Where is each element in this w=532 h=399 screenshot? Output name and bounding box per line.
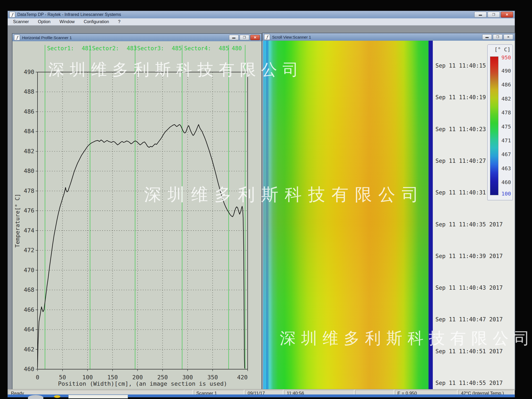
svg-text:478: 478 (24, 188, 34, 194)
svg-text:200: 200 (132, 374, 143, 381)
start-button[interactable] (28, 395, 43, 399)
svg-text:470: 470 (24, 267, 34, 273)
timestamp: Sep 11 11:40:43 2017 (435, 285, 503, 291)
thermal-scan-image (263, 41, 429, 390)
colorbar-tick-label: 475 (497, 123, 511, 129)
sector-value: 480 (232, 45, 242, 52)
sector-label: Sector4: (184, 45, 211, 52)
sv-title: Scroll View:Scanner 1 (272, 35, 311, 39)
svg-text:464: 464 (24, 326, 34, 333)
app-window-controls: ▬ ❐ ✕ (474, 12, 513, 18)
hp-title: Horizontal Profile:Scanner 1 (22, 35, 72, 40)
menu-configuration[interactable]: Configuration (84, 19, 109, 24)
sv-minimize-button[interactable]: ▬ (482, 34, 492, 40)
svg-text:250: 250 (157, 374, 168, 381)
sector-value: 483 (127, 45, 137, 52)
svg-text:420: 420 (237, 374, 248, 381)
menu-bar: Scanner Option Window Configuration ? (8, 18, 515, 26)
monitor-photo: ƒ DataTemp DP - Raytek - Infrared Linesc… (0, 0, 532, 399)
timestamp: Sep 11 11:40:55 2017 (435, 380, 503, 386)
svg-text:466: 466 (24, 306, 34, 313)
hp-close-button[interactable]: ✕ (250, 35, 260, 40)
svg-text:472: 472 (24, 247, 34, 253)
timestamp: Sep 11 11:40:47 2017 (435, 316, 503, 323)
horizontal-profile-window: ƒ Horizontal Profile:Scanner 1 ▬ ❐ ✕ 460… (12, 33, 262, 390)
svg-text:100: 100 (82, 374, 93, 381)
menu-help[interactable]: ? (118, 19, 120, 24)
sector-label: Sector1: (47, 45, 74, 52)
svg-text:480: 480 (24, 168, 34, 174)
colorbar-unit: [° C] (494, 46, 510, 53)
scan-edge-strip (429, 41, 433, 390)
colorbar-tick-label: 482 (497, 95, 511, 101)
timestamp: Sep 11 11:40:35 2017 (435, 221, 503, 228)
menu-scanner[interactable]: Scanner (13, 19, 29, 24)
plot-frame (38, 72, 248, 369)
sv-close-button[interactable]: ✕ (504, 34, 513, 40)
hp-window-icon: ƒ (14, 35, 20, 40)
svg-text:460: 460 (24, 366, 34, 372)
hp-maximize-button[interactable]: ❐ (240, 35, 249, 40)
close-button[interactable]: ✕ (501, 12, 513, 18)
svg-text:482: 482 (24, 148, 34, 155)
svg-text:490: 490 (24, 69, 34, 75)
scroll-view-window: ƒ Scroll View:Scanner 1 ▬ ❐ ✕ Sep 11 11:… (262, 33, 515, 390)
colorbar-tick-label: 490 (497, 68, 511, 73)
svg-text:474: 474 (24, 227, 34, 234)
restore-button[interactable]: ❐ (488, 12, 500, 18)
colorbar-tick-label: 460 (497, 179, 511, 185)
svg-text:300: 300 (182, 374, 193, 381)
sv-restore-button[interactable]: ❐ (493, 34, 502, 40)
menu-option[interactable]: Option (38, 19, 51, 24)
hp-minimize-button[interactable]: ▬ (229, 35, 239, 40)
svg-text:462: 462 (24, 346, 34, 353)
horizontal-profile-chart: 4604624644664684704724744764784804824844… (13, 41, 260, 389)
sector-value: 485 (172, 45, 182, 52)
colorbar-tick-label: 467 (497, 151, 511, 157)
timestamp: Sep 11 11:40:51 2017 (435, 348, 503, 355)
svg-text:0: 0 (36, 374, 39, 381)
hp-window-controls: ▬ ❐ ✕ (229, 35, 260, 40)
sector-label: Sector3: (137, 45, 164, 52)
minimize-button[interactable]: ▬ (474, 12, 487, 18)
menu-window[interactable]: Window (60, 19, 75, 24)
temperature-colorbar: [° C] 950 100 49048648247847547146746346… (487, 44, 513, 200)
svg-text:468: 468 (24, 286, 34, 293)
app-window: ƒ DataTemp DP - Raytek - Infrared Linesc… (7, 11, 515, 397)
colorbar-tick-label: 478 (497, 109, 511, 115)
sv-window-icon: ƒ (264, 34, 270, 40)
sector-label: Sector2: (92, 45, 119, 52)
app-window-icon: ƒ (9, 12, 15, 18)
colorbar-tick-label: 486 (497, 81, 511, 87)
sv-titlebar: ƒ Scroll View:Scanner 1 ▬ ❐ ✕ (263, 33, 515, 41)
svg-text:488: 488 (24, 88, 34, 95)
app-titlebar: ƒ DataTemp DP - Raytek - Infrared Linesc… (8, 11, 515, 18)
timestamp: Sep 11 11:40:39 2017 (435, 253, 503, 259)
colorbar-tick-label: 463 (497, 165, 511, 171)
y-axis-label: Temperature[° C] (14, 194, 21, 247)
profile-curve (38, 124, 245, 368)
svg-text:476: 476 (24, 207, 34, 214)
sector-value: 485 (219, 45, 229, 52)
svg-text:50: 50 (59, 374, 66, 381)
hp-titlebar: ƒ Horizontal Profile:Scanner 1 ▬ ❐ ✕ (13, 34, 261, 41)
svg-text:350: 350 (207, 374, 218, 381)
app-title: DataTemp DP - Raytek - Infrared Linescan… (17, 12, 121, 17)
sector-value: 481 (82, 45, 92, 52)
taskbar-app-icon[interactable] (54, 395, 60, 398)
hp-chart-area: 4604624644664684704724744764784804824844… (13, 41, 261, 389)
sv-window-controls: ▬ ❐ ✕ (482, 34, 513, 40)
colorbar-max: 950 (497, 54, 511, 60)
taskbar[interactable] (8, 394, 515, 397)
colorbar-min: 100 (497, 190, 511, 196)
sv-client-area: Sep 11 11:40:15 201Sep 11 11:40:19 201Se… (263, 41, 515, 390)
taskbar-window-button[interactable] (68, 395, 128, 398)
svg-text:484: 484 (24, 128, 34, 135)
colorbar-tick-label: 471 (497, 137, 511, 143)
svg-text:486: 486 (24, 108, 34, 115)
x-axis-label: Position (Width)[cm], (an image section … (58, 380, 227, 387)
svg-text:150: 150 (107, 374, 118, 381)
